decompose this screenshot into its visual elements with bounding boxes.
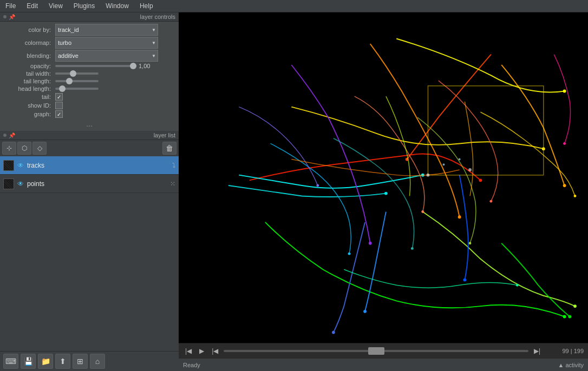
svg-point-12 — [332, 331, 335, 334]
controls-grid: color by: track_id speed direction color… — [0, 22, 179, 120]
opacity-slider[interactable] — [55, 65, 136, 67]
controls-dots: ··· — [0, 120, 179, 131]
timeline-position: 99 | 199 — [546, 348, 584, 354]
status-text: Ready — [183, 362, 200, 368]
bottom-toolbar: ⌨ 💾 📁 ⬆ ⊞ ⌂ — [0, 351, 179, 371]
tail-control: ✓ — [55, 93, 174, 101]
opacity-control: 1,00 — [55, 63, 174, 69]
blending-dropdown-wrapper: additive translucent opaque — [55, 50, 158, 62]
head-length-control — [55, 88, 174, 90]
colormap-control: turbo viridis plasma — [55, 37, 174, 49]
menu-window[interactable]: Window — [102, 1, 132, 11]
timeline-play-button[interactable]: ▶ — [197, 346, 206, 356]
console-button[interactable]: ⌨ — [3, 354, 18, 369]
timeline-slider[interactable] — [224, 350, 528, 352]
svg-point-23 — [563, 142, 566, 145]
new-labels-button[interactable]: ◇ — [32, 142, 47, 155]
svg-point-19 — [469, 242, 472, 244]
opacity-value: 1,00 — [139, 63, 154, 69]
new-shapes-button[interactable]: ⬡ — [17, 142, 31, 155]
layer-controls-title: layer controls — [17, 14, 175, 20]
menubar: File Edit View Plugins Window Help — [0, 0, 588, 12]
colormap-dropdown[interactable]: turbo viridis plasma — [55, 37, 158, 49]
tail-width-label: tail width: — [4, 70, 53, 77]
canvas-viewport[interactable] — [179, 12, 588, 343]
menu-plugins[interactable]: Plugins — [70, 1, 98, 11]
points-visibility-toggle[interactable]: 👁 — [17, 180, 24, 188]
show-id-control — [55, 102, 174, 109]
svg-point-11 — [384, 192, 388, 195]
blending-dropdown[interactable]: additive translucent opaque — [55, 50, 158, 62]
svg-point-17 — [421, 210, 424, 213]
blending-label: blending: — [4, 52, 53, 59]
opacity-label: opacity: — [4, 63, 53, 69]
svg-point-5 — [563, 90, 566, 93]
svg-point-20 — [411, 247, 414, 250]
delete-layer-button[interactable]: 🗑 — [162, 142, 177, 155]
canvas-area: |◀ ▶ |◀ ▶| 99 | 199 Ready ▲ activity — [179, 12, 588, 371]
layer-toolbar: ⊹ ⬡ ◇ 🗑 — [0, 140, 179, 156]
menu-edit[interactable]: Edit — [23, 1, 41, 11]
graph-label: graph: — [4, 111, 53, 117]
new-points-button[interactable]: ⊹ — [2, 142, 16, 155]
svg-point-22 — [316, 184, 319, 187]
tail-width-control — [55, 72, 174, 75]
timeline-last-button[interactable]: ▶| — [532, 346, 543, 356]
main-content: 📌 layer controls color by: track_id spee… — [0, 12, 588, 371]
svg-point-18 — [574, 195, 577, 197]
canvas-statusbar: Ready ▲ activity — [179, 358, 588, 371]
grid-button[interactable]: ⊞ — [73, 354, 88, 369]
svg-point-14 — [463, 279, 466, 282]
color-by-label: color by: — [4, 27, 53, 33]
tracks-visibility-toggle[interactable]: 👁 — [17, 162, 24, 169]
left-panel: 📌 layer controls color by: track_id spee… — [0, 12, 179, 371]
tail-length-slider[interactable] — [55, 80, 99, 82]
tail-width-slider[interactable] — [55, 72, 99, 75]
svg-point-16 — [489, 200, 492, 203]
activity-toggle[interactable]: ▲ activity — [558, 362, 584, 368]
color-by-control: track_id speed direction — [55, 24, 174, 36]
svg-point-25 — [468, 168, 472, 171]
points-layer-name: points — [27, 180, 167, 188]
layer-item-tracks[interactable]: 👁 tracks ⤵ — [0, 156, 179, 175]
file-button[interactable]: 💾 — [21, 354, 36, 369]
tail-checkbox[interactable]: ✓ — [55, 93, 63, 101]
colormap-dropdown-wrapper: turbo viridis plasma — [55, 37, 158, 49]
pin-icon: 📌 — [9, 14, 15, 20]
tracks-type-icon: ⤵ — [172, 162, 175, 169]
svg-point-8 — [563, 315, 566, 319]
svg-point-24 — [516, 284, 519, 287]
save-button[interactable]: ⬆ — [55, 354, 70, 369]
timeline-start-button[interactable]: |◀ — [183, 346, 194, 356]
color-by-dropdown-wrapper: track_id speed direction — [55, 24, 158, 36]
pin-dot — [3, 15, 6, 18]
layer-controls-panel: 📌 layer controls color by: track_id spee… — [0, 12, 179, 131]
home-button[interactable]: ⌂ — [90, 354, 105, 369]
head-length-slider[interactable] — [55, 88, 99, 90]
layer-list-panel: 📌 layer list ⊹ ⬡ ◇ 🗑 👁 tracks — [0, 131, 179, 351]
head-length-label: head length: — [4, 85, 53, 92]
svg-point-28 — [443, 163, 445, 165]
svg-point-15 — [369, 242, 372, 245]
colormap-label: colormap: — [4, 39, 53, 46]
layer-list-title: layer list — [17, 132, 175, 138]
graph-control: ✓ — [55, 110, 174, 118]
folder-button[interactable]: 📁 — [38, 354, 53, 369]
layer-list-pin-dot — [3, 134, 6, 137]
menu-view[interactable]: View — [45, 1, 66, 11]
svg-point-9 — [568, 315, 571, 319]
svg-point-2 — [479, 178, 482, 182]
layer-controls-header: 📌 layer controls — [0, 12, 179, 22]
svg-point-21 — [348, 253, 351, 255]
svg-point-27 — [459, 158, 461, 161]
show-id-label: show ID: — [4, 102, 53, 109]
graph-checkbox[interactable]: ✓ — [55, 110, 63, 118]
layer-list-header: 📌 layer list — [0, 131, 179, 140]
color-by-dropdown[interactable]: track_id speed direction — [55, 24, 158, 36]
show-id-checkbox[interactable] — [55, 102, 63, 109]
layer-item-points[interactable]: 👁 points ⁙ — [0, 175, 179, 193]
menu-file[interactable]: File — [2, 1, 19, 11]
timeline-end-button[interactable]: |◀ — [210, 346, 220, 356]
menu-help[interactable]: Help — [136, 1, 156, 11]
tracks-thumbnail — [3, 160, 14, 171]
